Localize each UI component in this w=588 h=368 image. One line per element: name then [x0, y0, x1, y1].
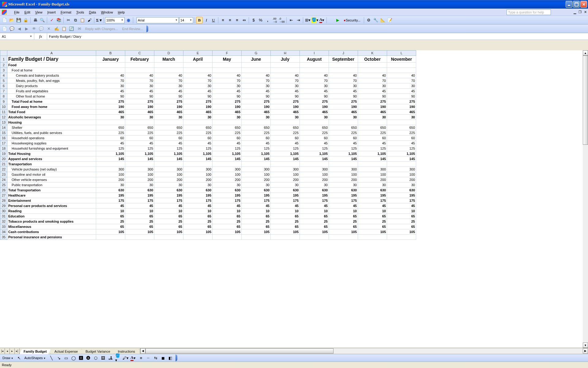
- cell-L4[interactable]: 40: [387, 73, 416, 78]
- cell-F32[interactable]: 25: [213, 219, 242, 224]
- cell-E34[interactable]: 105: [183, 229, 213, 235]
- cell-H23[interactable]: 100: [271, 172, 300, 177]
- cell-I15[interactable]: 225: [300, 130, 329, 136]
- cell-H3[interactable]: [271, 68, 300, 73]
- cell-A13[interactable]: Housing: [7, 120, 96, 125]
- cell-I28[interactable]: 175: [300, 198, 329, 203]
- cell-D24[interactable]: 200: [154, 177, 183, 182]
- cell-I25[interactable]: 30: [300, 182, 329, 188]
- menu-format[interactable]: Format: [58, 10, 74, 15]
- cell-I2[interactable]: [300, 63, 329, 68]
- cell-J6[interactable]: 30: [329, 83, 358, 89]
- cell-B9[interactable]: 275: [96, 99, 125, 104]
- cell-I24[interactable]: 200: [300, 177, 329, 182]
- col-header-J[interactable]: J: [329, 51, 358, 56]
- cell-H7[interactable]: 45: [271, 89, 300, 94]
- cell-G16[interactable]: 60: [242, 136, 271, 141]
- cell-I12[interactable]: 30: [300, 115, 329, 120]
- row-header-5[interactable]: 5: [0, 78, 7, 83]
- cell-F30[interactable]: 10: [213, 209, 242, 214]
- row-header-1[interactable]: 1: [0, 56, 7, 63]
- row-header-24[interactable]: 24: [0, 177, 7, 182]
- cell-L14[interactable]: 650: [387, 125, 416, 130]
- cell-A10[interactable]: Food away from home: [7, 104, 96, 109]
- cell-B5[interactable]: 70: [96, 78, 125, 83]
- cell-B31[interactable]: 65: [96, 214, 125, 219]
- fx-button[interactable]: fx: [34, 33, 47, 40]
- col-header-H[interactable]: H: [271, 51, 300, 56]
- show-all-comments-icon[interactable]: 💬: [38, 25, 45, 32]
- cell-B34[interactable]: 105: [96, 229, 125, 235]
- cell-L8[interactable]: 90: [387, 94, 416, 99]
- cell-K26[interactable]: 630: [358, 188, 387, 193]
- cell-I1[interactable]: August: [300, 56, 329, 63]
- row-header-26[interactable]: 26: [0, 188, 7, 193]
- cell-G31[interactable]: 65: [242, 214, 271, 219]
- cell-C34[interactable]: 105: [125, 229, 154, 235]
- 3d-icon[interactable]: ◧: [167, 355, 174, 361]
- cell-G24[interactable]: 200: [242, 177, 271, 182]
- row-header-14[interactable]: 14: [0, 125, 7, 130]
- cell-H1[interactable]: July: [271, 56, 300, 63]
- cell-B4[interactable]: 40: [96, 73, 125, 78]
- scroll-right-button[interactable]: ▶: [583, 348, 588, 354]
- cell-H12[interactable]: 30: [271, 115, 300, 120]
- cell-H33[interactable]: 65: [271, 224, 300, 229]
- cell-D28[interactable]: 175: [154, 198, 183, 203]
- cell-K15[interactable]: 225: [358, 130, 387, 136]
- cell-G8[interactable]: 90: [242, 94, 271, 99]
- horizontal-scrollbar[interactable]: ◀ ▶: [140, 348, 588, 354]
- row-header-16[interactable]: 16: [0, 136, 7, 141]
- cell-J2[interactable]: [329, 63, 358, 68]
- shadow-icon[interactable]: ◼: [160, 355, 166, 361]
- cell-A3[interactable]: Food at home: [7, 68, 96, 73]
- cell-G25[interactable]: 30: [242, 182, 271, 188]
- cell-J13[interactable]: [329, 120, 358, 125]
- cell-G28[interactable]: 175: [242, 198, 271, 203]
- col-header-D[interactable]: D: [154, 51, 183, 56]
- cell-I16[interactable]: 60: [300, 136, 329, 141]
- cell-A16[interactable]: Household operations: [7, 136, 96, 141]
- row-header-20[interactable]: 20: [0, 156, 7, 162]
- cell-B15[interactable]: 225: [96, 130, 125, 136]
- cell-I9[interactable]: 275: [300, 99, 329, 104]
- cell-J15[interactable]: 225: [329, 130, 358, 136]
- col-header-K[interactable]: K: [358, 51, 387, 56]
- cell-A7[interactable]: Fruits and vegetables: [7, 89, 96, 94]
- row-header-17[interactable]: 17: [0, 141, 7, 146]
- cell-L25[interactable]: 30: [387, 182, 416, 188]
- scroll-down-button[interactable]: ▼: [583, 343, 588, 348]
- row-header-18[interactable]: 18: [0, 146, 7, 151]
- cell-C12[interactable]: 30: [125, 115, 154, 120]
- cell-H15[interactable]: 225: [271, 130, 300, 136]
- menu-insert[interactable]: Insert: [45, 10, 58, 15]
- format-painter-icon[interactable]: 🖌: [86, 17, 93, 24]
- doc-restore-button[interactable]: ❐: [578, 10, 582, 14]
- row-header-15[interactable]: 15: [0, 130, 7, 136]
- cell-H35[interactable]: [271, 235, 300, 240]
- cell-F23[interactable]: 100: [213, 172, 242, 177]
- cell-E23[interactable]: 100: [183, 172, 213, 177]
- cell-C8[interactable]: 90: [125, 94, 154, 99]
- cell-G20[interactable]: 145: [242, 156, 271, 162]
- cell-K8[interactable]: 90: [358, 94, 387, 99]
- cell-L9[interactable]: 275: [387, 99, 416, 104]
- cell-F21[interactable]: [213, 162, 242, 167]
- menu-tools[interactable]: Tools: [74, 10, 87, 15]
- cell-A15[interactable]: Utilities, fuels, and public services: [7, 130, 96, 136]
- hscroll-thumb[interactable]: [145, 348, 334, 354]
- cell-F13[interactable]: [213, 120, 242, 125]
- cell-J5[interactable]: 70: [329, 78, 358, 83]
- permission-icon[interactable]: 🔒: [22, 17, 29, 24]
- cell-K29[interactable]: 45: [358, 203, 387, 209]
- show-comment-icon[interactable]: 👁: [31, 25, 37, 32]
- cell-C27[interactable]: 195: [125, 193, 154, 198]
- cell-J34[interactable]: 105: [329, 229, 358, 235]
- cell-B29[interactable]: 45: [96, 203, 125, 209]
- vertical-scrollbar[interactable]: ▲ ▼: [583, 50, 588, 348]
- cell-B23[interactable]: 100: [96, 172, 125, 177]
- cell-J4[interactable]: 40: [329, 73, 358, 78]
- cell-G17[interactable]: 45: [242, 141, 271, 146]
- cell-F12[interactable]: 30: [213, 115, 242, 120]
- cell-H8[interactable]: 90: [271, 94, 300, 99]
